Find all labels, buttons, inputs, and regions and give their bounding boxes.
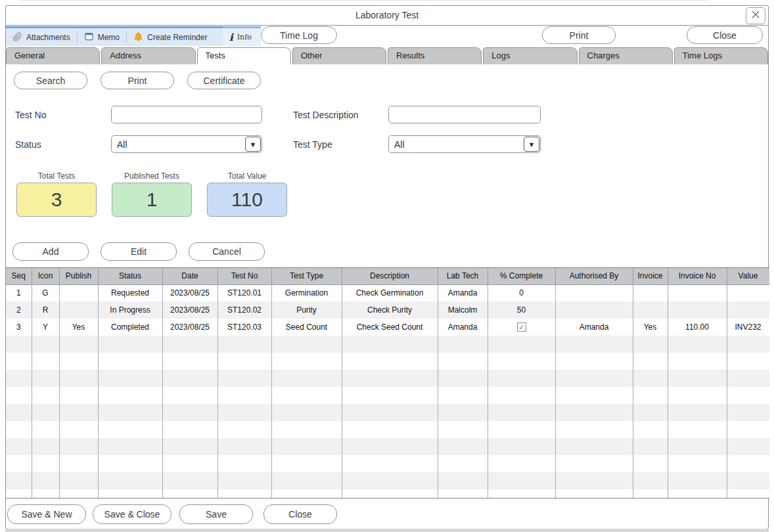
info-button[interactable]: i Info [223,28,258,46]
table-cell [668,284,727,301]
column-header-date[interactable]: Date [162,268,217,284]
test-type-dropdown[interactable]: All ▼ [388,135,541,153]
table-row[interactable]: 1GRequested2023/08/25ST120.01Germination… [6,284,769,301]
close-button-top[interactable]: Close [687,26,763,44]
table-cell: 1 [6,284,32,301]
table-cell [488,353,555,370]
checkbox-checked-icon: ✓ [517,322,526,332]
cancel-button[interactable]: Cancel [189,242,265,261]
table-cell [668,301,727,319]
certificate-button[interactable]: Certificate [187,72,261,89]
edit-button[interactable]: Edit [101,242,177,261]
table-cell [668,387,727,404]
column-header-authorised-by[interactable]: Authorised By [555,268,633,284]
summary-row: Total Tests3Published Tests1Total Value1… [16,171,287,217]
table-cell: In Progress [98,301,162,319]
memo-button[interactable]: Memo [78,28,126,46]
column-header--complete[interactable]: % Complete [488,268,555,284]
table-cell: Purity [271,301,342,319]
summary-total-tests: Total Tests3 [16,171,97,217]
table-cell: Y [32,319,59,336]
table-cell [162,336,217,353]
paperclip-icon [12,32,22,43]
table-cell [488,421,555,438]
table-cell [98,336,162,353]
table-cell: Seed Count [271,319,342,336]
column-header-status[interactable]: Status [98,268,162,284]
attachments-button[interactable]: Attachments [6,28,77,46]
table-cell [727,353,769,370]
table-cell [59,489,98,499]
save-and-new-button[interactable]: Save & New [7,504,86,524]
info-label: Info [237,33,252,41]
column-header-seq[interactable]: Seq [6,268,32,284]
table-cell [162,489,217,499]
search-button[interactable]: Search [14,72,87,89]
tab-general[interactable]: General [6,47,100,64]
time-log-button[interactable]: Time Log [261,26,337,44]
table-cell: R [32,301,59,319]
table-empty-row [6,489,769,499]
table-cell [6,489,32,499]
table-empty-row [6,472,769,489]
column-header-description[interactable]: Description [342,268,438,284]
table-row[interactable]: 2RIn Progress2023/08/25ST120.02PurityChe… [6,301,769,319]
create-reminder-button[interactable]: Create Reminder [127,28,214,46]
status-dropdown[interactable]: All ▼ [111,135,262,153]
column-header-test-type[interactable]: Test Type [271,268,342,284]
table-cell: 3 [6,319,32,336]
print-button-top[interactable]: Print [542,26,616,44]
tab-time-logs[interactable]: Time Logs [674,47,768,64]
test-no-input[interactable] [111,106,262,123]
test-description-input[interactable] [388,106,541,123]
column-header-invoice-no[interactable]: Invoice No [668,268,727,284]
column-header-icon[interactable]: Icon [32,268,59,284]
close-button-bottom[interactable]: Close [263,504,337,524]
table-cell [217,472,271,489]
add-button[interactable]: Add [12,242,89,261]
tab-results[interactable]: Results [388,47,482,64]
toolbar: Attachments Memo Create Reminder i Info [6,26,768,46]
test-type-dropdown-button[interactable]: ▼ [524,137,539,152]
column-header-lab-tech[interactable]: Lab Tech [438,268,488,284]
table-cell [633,284,668,301]
save-and-close-button[interactable]: Save & Close [93,504,171,524]
table-cell [162,438,217,455]
summary-published-tests: Published Tests1 [112,171,192,217]
tab-other[interactable]: Other [292,47,386,64]
table-cell [727,438,769,455]
tab-logs[interactable]: Logs [483,47,577,64]
tab-charges[interactable]: Charges [579,47,673,64]
tab-tests[interactable]: Tests [197,47,291,64]
table-cell: ST120.03 [217,319,271,336]
column-header-publish[interactable]: Publish [59,268,98,284]
table-cell [32,370,59,387]
table-cell: Completed [98,319,162,336]
table-cell [668,489,727,499]
table-cell [59,336,98,353]
info-icon: i [229,32,233,43]
memo-icon [84,32,94,43]
memo-label: Memo [98,33,120,42]
table-cell [488,387,555,404]
print-button[interactable]: Print [101,72,174,89]
tab-address[interactable]: Address [101,47,195,64]
save-button[interactable]: Save [179,504,253,524]
column-header-invoice[interactable]: Invoice [633,268,668,284]
window-close-button[interactable] [746,7,765,24]
table-cell [59,387,98,404]
table-empty-row [6,455,769,472]
table-cell [6,336,32,353]
table-empty-row [6,404,769,421]
table-empty-row [6,387,769,404]
table-cell [555,370,633,387]
table-row[interactable]: 3YYesCompleted2023/08/25ST120.03Seed Cou… [6,319,769,336]
column-header-test-no[interactable]: Test No [217,268,271,284]
table-cell [488,370,555,387]
table-cell [59,353,98,370]
table-cell: Check Purity [342,301,438,319]
column-header-value[interactable]: Value [727,268,769,284]
window-title: Laboratory Test [6,10,768,20]
status-dropdown-button[interactable]: ▼ [245,137,261,152]
summary-value-box: 110 [207,183,287,217]
